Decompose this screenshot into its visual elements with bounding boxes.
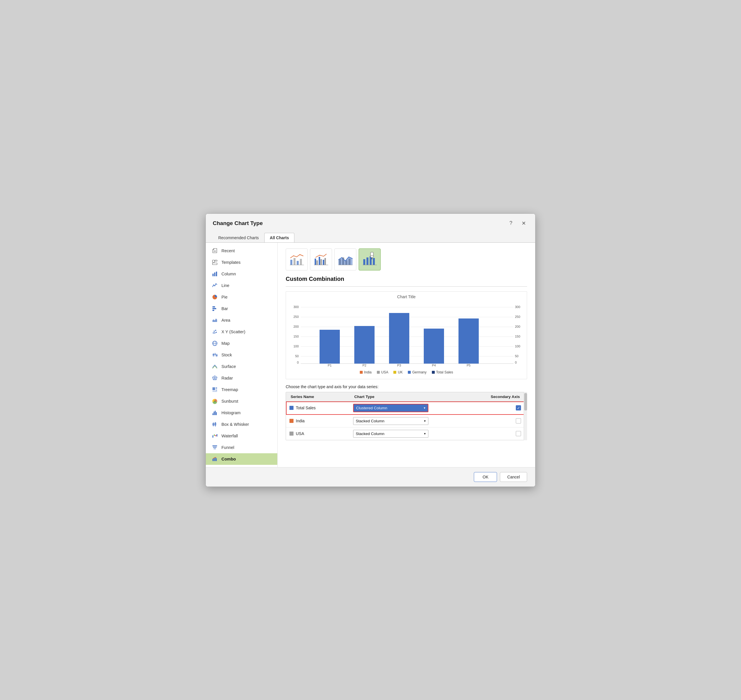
sidebar-item-pie[interactable]: Pie: [206, 291, 277, 303]
svg-rect-2: [212, 263, 217, 265]
svg-rect-4: [214, 272, 215, 276]
svg-marker-12: [212, 319, 217, 322]
sidebar-item-sunburst[interactable]: Sunburst: [206, 396, 277, 407]
sidebar-item-scatter[interactable]: X Y (Scatter): [206, 326, 277, 338]
sidebar: Recent Templates: [206, 243, 278, 467]
series-checkbox-cell-india: [477, 418, 523, 424]
sidebar-label-funnel: Funnel: [221, 445, 234, 450]
sidebar-item-bar[interactable]: Bar: [206, 303, 277, 315]
ok-button[interactable]: OK: [474, 472, 497, 482]
series-dropdown-usa[interactable]: Stacked Column ▾: [353, 430, 429, 438]
sidebar-item-line[interactable]: Line: [206, 280, 277, 291]
svg-point-17: [214, 332, 215, 334]
checkbox-usa[interactable]: [516, 431, 521, 436]
sidebar-item-surface[interactable]: Surface: [206, 361, 277, 372]
chart-icon-line-col1[interactable]: [286, 249, 308, 271]
sidebar-item-area[interactable]: Area: [206, 315, 277, 326]
scrollbar-thumb: [524, 393, 527, 410]
svg-rect-49: [215, 435, 216, 436]
series-color-india: [289, 419, 293, 423]
title-bar-actions: ? ✕: [507, 219, 528, 228]
legend-dot-india: [360, 371, 363, 374]
sidebar-item-funnel[interactable]: Funnel: [206, 442, 277, 453]
dropdown-arrow-total-sales: ▾: [424, 406, 426, 410]
funnel-icon: [212, 444, 218, 451]
col-secondary-axis: Secondary Axis: [477, 394, 523, 399]
sidebar-item-templates[interactable]: Templates: [206, 257, 277, 268]
close-button[interactable]: ✕: [519, 219, 528, 228]
chart-svg: 300 250 200 150 100 50 0 300 250 200 150…: [290, 301, 522, 368]
section-title: Custom Combination: [286, 276, 527, 282]
legend-india: India: [360, 370, 372, 374]
svg-text:0: 0: [515, 361, 517, 364]
table-scrollbar[interactable]: [524, 392, 527, 440]
series-checkbox-cell-total-sales: [477, 405, 523, 410]
dropdown-arrow-india: ▾: [424, 419, 426, 423]
svg-rect-107: [354, 326, 374, 363]
chart-icon-line-col2[interactable]: [310, 249, 332, 271]
chart-preview: Chart Title 300 250 200 150 100 50 0 300…: [286, 291, 527, 379]
sidebar-label-line: Line: [221, 283, 229, 288]
sidebar-item-recent[interactable]: Recent: [206, 245, 277, 257]
sidebar-item-histogram[interactable]: Histogram: [206, 407, 277, 419]
sidebar-item-radar[interactable]: Radar: [206, 372, 277, 384]
bottom-bar: OK Cancel: [206, 467, 535, 487]
svg-text:100: 100: [515, 344, 520, 348]
sidebar-label-column: Column: [221, 272, 236, 276]
svg-rect-50: [217, 434, 217, 437]
cancel-button[interactable]: Cancel: [500, 472, 527, 482]
svg-rect-80: [370, 252, 373, 257]
series-dropdown-cell-total-sales: Clustered Column ▾: [353, 404, 477, 412]
svg-point-16: [216, 332, 217, 333]
sidebar-item-combo[interactable]: Combo: [206, 453, 277, 465]
svg-text:0: 0: [297, 361, 299, 364]
svg-rect-40: [214, 412, 215, 415]
svg-rect-52: [213, 447, 217, 448]
svg-rect-37: [212, 391, 217, 392]
sidebar-label-map: Map: [221, 341, 230, 346]
sidebar-item-column[interactable]: Column: [206, 268, 277, 280]
svg-point-8: [216, 283, 217, 284]
help-button[interactable]: ?: [507, 219, 515, 227]
svg-text:50: 50: [295, 354, 299, 358]
sidebar-item-box-whisker[interactable]: Box & Whisker: [206, 419, 277, 430]
templates-icon: [212, 259, 218, 266]
series-dropdown-india[interactable]: Stacked Column ▾: [353, 417, 429, 425]
series-color-usa: [289, 432, 293, 435]
tab-recommended[interactable]: Recommended Charts: [213, 233, 264, 243]
svg-rect-39: [212, 413, 213, 415]
svg-text:P2: P2: [362, 363, 366, 367]
svg-text:100: 100: [293, 344, 299, 348]
svg-rect-34: [212, 387, 215, 390]
series-instruction: Choose the chart type and axis for your …: [286, 384, 527, 389]
checkbox-india[interactable]: [516, 418, 521, 424]
checkbox-total-sales[interactable]: [516, 405, 521, 410]
svg-point-15: [215, 330, 216, 331]
svg-text:300: 300: [515, 305, 520, 309]
series-color-total-sales: [289, 406, 293, 410]
svg-rect-41: [215, 411, 216, 415]
line-icon: [212, 282, 218, 289]
sidebar-item-stock[interactable]: Stock: [206, 349, 277, 361]
sidebar-label-waterfall: Waterfall: [221, 434, 238, 438]
chart-icon-custom-combo[interactable]: [359, 249, 381, 271]
sidebar-label-box-whisker: Box & Whisker: [221, 422, 249, 426]
svg-rect-66: [320, 259, 322, 265]
col-chart-type: Chart Type: [353, 394, 477, 399]
sidebar-item-map[interactable]: Map: [206, 338, 277, 349]
svg-rect-9: [212, 306, 215, 307]
recent-icon: [212, 248, 218, 254]
tab-all-charts[interactable]: All Charts: [264, 233, 295, 243]
sidebar-item-treemap[interactable]: Treemap: [206, 384, 277, 396]
sidebar-label-treemap: Treemap: [221, 387, 238, 392]
sidebar-item-waterfall[interactable]: Waterfall: [206, 430, 277, 442]
series-table: Series Name Chart Type Secondary Axis To…: [286, 392, 527, 440]
svg-rect-109: [389, 313, 409, 363]
series-dropdown-total-sales[interactable]: Clustered Column ▾: [353, 404, 429, 412]
svg-rect-79: [373, 258, 375, 265]
svg-rect-63: [315, 259, 316, 265]
svg-rect-26: [216, 354, 217, 356]
stock-icon: [212, 352, 218, 358]
surface-icon: [212, 363, 218, 370]
chart-icon-area-col[interactable]: [334, 249, 357, 271]
